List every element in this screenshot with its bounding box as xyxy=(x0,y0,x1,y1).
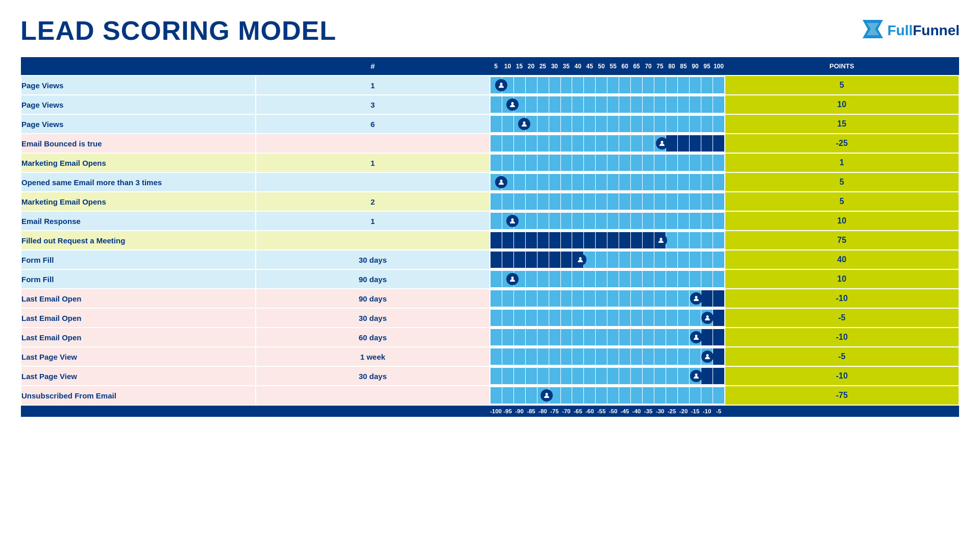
table-row: Page Views310 xyxy=(21,95,959,114)
table-row: Last Email Open60 days-10 xyxy=(21,328,959,347)
bar-background xyxy=(491,213,724,229)
row-bar xyxy=(490,76,725,95)
row-points: 15 xyxy=(725,114,960,134)
svg-point-16 xyxy=(545,393,548,395)
scale-num-70: 70 xyxy=(643,63,654,70)
page-title: LEAD SCORING MODEL xyxy=(20,15,336,46)
scale-num-75: 75 xyxy=(654,63,666,70)
row-hash: 60 days xyxy=(256,328,491,347)
points-label: POINTS xyxy=(829,62,854,70)
bar-fill-right xyxy=(713,310,724,326)
table-row: Email Response110 xyxy=(21,211,959,231)
row-bar xyxy=(490,250,725,269)
bottom-scale-numbers: -100 -95 -90 -85 -80 -75 -70 -65 -60 -55… xyxy=(490,408,725,414)
svg-point-13 xyxy=(695,335,697,337)
bar-fill xyxy=(491,252,584,268)
person-icon xyxy=(574,254,586,266)
row-points: -10 xyxy=(725,366,960,386)
neg-35: -35 xyxy=(643,408,654,414)
hash-label: # xyxy=(371,62,375,70)
row-points: -10 xyxy=(725,328,960,347)
table-row: Last Email Open30 days-5 xyxy=(21,308,959,328)
bar-background xyxy=(491,290,724,307)
row-hash: 1 xyxy=(256,211,491,231)
row-hash: 1 xyxy=(256,76,491,95)
row-points: -75 xyxy=(725,386,960,405)
scale-num-55: 55 xyxy=(607,63,619,70)
svg-point-10 xyxy=(511,277,514,279)
scale-num-95: 95 xyxy=(701,63,713,70)
person-icon xyxy=(495,79,507,91)
scale-num-5: 5 xyxy=(490,63,502,70)
row-hash: 90 days xyxy=(256,289,491,308)
scale-num-35: 35 xyxy=(560,63,572,70)
table-row: Form Fill30 days40 xyxy=(21,250,959,269)
bar-background xyxy=(491,232,724,248)
bar-background xyxy=(491,116,724,132)
bar-background xyxy=(491,310,724,326)
row-points: -25 xyxy=(725,134,960,153)
svg-point-5 xyxy=(661,141,664,143)
person-icon xyxy=(541,389,553,402)
person-icon xyxy=(518,118,530,130)
neg-30: -30 xyxy=(654,408,666,414)
row-points: 10 xyxy=(725,211,960,231)
row-label: Form Fill xyxy=(21,250,256,269)
row-points: 40 xyxy=(725,250,960,269)
row-hash: 30 days xyxy=(256,366,491,386)
bar-background xyxy=(491,387,724,404)
header-hash-cell: # xyxy=(256,57,491,76)
row-hash: 2 xyxy=(256,192,491,211)
row-points: 5 xyxy=(725,172,960,192)
table-row: Filled out Request a Meeting75 xyxy=(21,231,959,250)
bar-fill xyxy=(491,232,666,248)
bar-background xyxy=(491,96,724,113)
row-label: Last Page View xyxy=(21,347,256,366)
neg-25: -25 xyxy=(666,408,678,414)
row-bar xyxy=(490,231,725,250)
table-row: Unsubscribed From Email-75 xyxy=(21,386,959,405)
bar-background xyxy=(491,155,724,171)
svg-point-14 xyxy=(706,354,709,357)
neg-85: -85 xyxy=(525,408,537,414)
person-icon xyxy=(690,331,702,343)
row-bar xyxy=(490,134,725,153)
row-bar xyxy=(490,386,725,405)
svg-point-9 xyxy=(579,257,582,260)
person-icon xyxy=(656,137,668,149)
row-hash: 1 week xyxy=(256,347,491,366)
row-label: Last Page View xyxy=(21,366,256,386)
row-points: 75 xyxy=(725,231,960,250)
bottom-points-cell xyxy=(725,405,960,417)
table-row: Page Views615 xyxy=(21,114,959,134)
scale-num-50: 50 xyxy=(596,63,607,70)
scale-num-85: 85 xyxy=(678,63,690,70)
scale-num-15: 15 xyxy=(513,63,525,70)
row-bar xyxy=(490,172,725,192)
logo-icon xyxy=(863,20,883,42)
row-bar xyxy=(490,328,725,347)
neg-5: -5 xyxy=(713,408,724,414)
table-row: Page Views15 xyxy=(21,76,959,95)
table-row: Marketing Email Opens11 xyxy=(21,153,959,172)
header-bar-cell: 5 10 15 20 25 30 35 40 45 50 55 60 65 70 xyxy=(490,57,725,76)
person-icon xyxy=(506,215,519,227)
person-icon xyxy=(506,98,519,111)
row-hash: 30 days xyxy=(256,308,491,328)
scale-num-30: 30 xyxy=(549,63,560,70)
svg-point-6 xyxy=(500,180,502,182)
svg-point-2 xyxy=(500,83,502,85)
row-label: Form Fill xyxy=(21,269,256,289)
bar-fill-right xyxy=(666,135,724,152)
scale-num-90: 90 xyxy=(689,63,701,70)
bottom-bar-cell: -100 -95 -90 -85 -80 -75 -70 -65 -60 -55… xyxy=(490,405,725,417)
logo-funnel: Funnel xyxy=(913,22,960,39)
row-points: -5 xyxy=(725,308,960,328)
neg-90: -90 xyxy=(513,408,525,414)
row-points: -10 xyxy=(725,289,960,308)
bar-background xyxy=(491,193,724,210)
svg-point-12 xyxy=(706,315,709,318)
scale-num-25: 25 xyxy=(537,63,549,70)
scale-header-row: # 5 10 15 20 25 30 35 40 45 50 55 xyxy=(21,57,959,76)
svg-point-11 xyxy=(695,296,697,298)
